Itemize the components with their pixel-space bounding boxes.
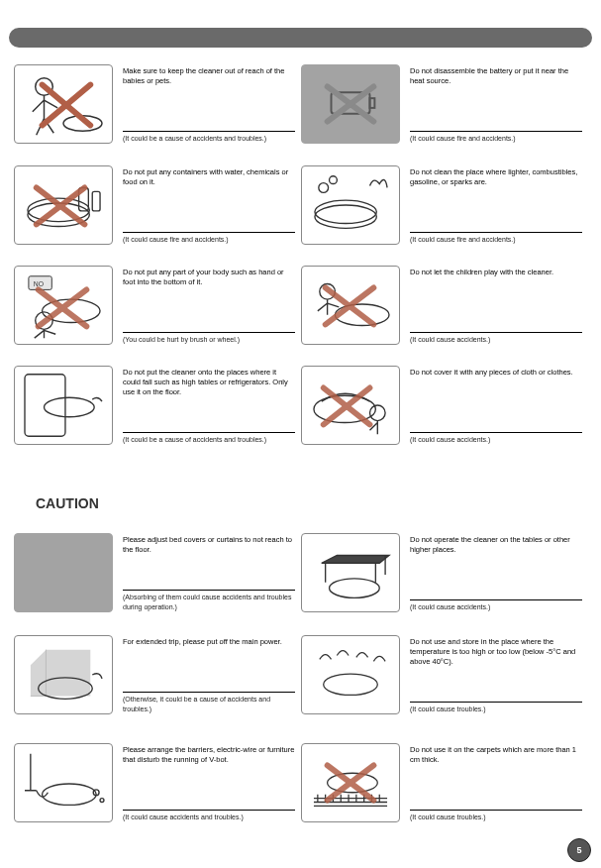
warning-cell: Do not put any containers with water, ch… [14,165,301,245]
svg-point-39 [324,674,378,695]
illustration-power-off-trip [14,635,113,714]
warning-title: Please arrange the barriers, electric-wi… [123,745,295,765]
warning-row: Make sure to keep the cleaner out of rea… [14,64,588,144]
warning-text: Make sure to keep the cleaner out of rea… [113,64,301,144]
svg-text:NO: NO [34,280,44,287]
warning-title: Do not disassemble the battery or put it… [410,66,582,86]
illustration-wires-barriers [14,743,113,822]
page-number-badge: 5 [567,838,591,862]
svg-point-14 [315,205,376,228]
warning-sub: (It could cause accidents.) [410,603,490,610]
warning-text: Please adjust bed covers or curtains to … [113,533,301,612]
svg-point-44 [100,799,104,803]
warning-text: Do not use and store in the place where … [400,635,588,714]
page-number: 5 [576,845,581,855]
caution-label: CAUTION [36,495,99,511]
warning-cell: Do not use it on the carpets which are m… [301,743,588,822]
warning-sub: (It could cause fire and accidents.) [410,135,516,142]
warning-cell: Do not operate the cleaner on the tables… [301,533,588,612]
warning-cell: Do not use and store in the place where … [301,635,588,714]
warning-text: Do not operate the cleaner on the tables… [400,533,588,612]
warning-sub: (Absorbing of them could cause accidents… [123,594,291,610]
warning-row: Do not put the cleaner onto the places w… [14,366,588,445]
warning-row: Please arrange the barriers, electric-wi… [14,743,588,822]
svg-point-16 [319,183,329,193]
warning-cell: Do not clean the place where lighter, co… [301,165,588,245]
warning-row: NO Do not put any part of your body such… [14,266,588,345]
warning-sub: (It could cause accidents and troubles.) [123,814,244,820]
header-bar [9,28,592,48]
warning-text: Do not put any containers with water, ch… [113,165,301,245]
svg-point-31 [370,405,386,421]
warning-sub: (It could cause fire and accidents.) [410,236,516,243]
warning-title: Do not use it on the carpets which are m… [410,745,582,765]
svg-point-17 [330,176,338,184]
warning-text: Do not put any part of your body such as… [113,266,301,345]
warning-title: Do not put any containers with water, ch… [123,167,295,187]
warning-text: Do not use it on the carpets which are m… [400,743,588,822]
warning-sub: (It could cause accidents.) [410,436,490,443]
warning-text: Do not cover it with any pieces of cloth… [400,366,588,445]
warning-sub: (It could cause fire and accidents.) [123,236,229,243]
illustration-high-place [14,366,113,445]
warning-row: For extended trip, please put off the ma… [14,635,588,714]
svg-point-15 [315,200,376,223]
warning-title: Do not operate the cleaner on the tables… [410,535,582,555]
warning-sub: (It could be a cause of accidents and tr… [123,436,266,443]
illustration-children-play [301,266,400,345]
warning-title: Make sure to keep the cleaner out of rea… [123,66,295,86]
warning-title: For extended trip, please put off the ma… [123,637,295,647]
warning-cell: Make sure to keep the cleaner out of rea… [14,64,301,144]
warning-cell: Do not disassemble the battery or put it… [301,64,588,144]
warning-text: Please arrange the barriers, electric-wi… [113,743,301,822]
warning-text: Do not let the children play with the cl… [400,266,588,345]
warning-text: For extended trip, please put off the ma… [113,635,301,714]
warning-cell: Please arrange the barriers, electric-wi… [14,743,301,822]
warning-title: Please adjust bed covers or curtains to … [123,535,295,555]
warning-cell: Please adjust bed covers or curtains to … [14,533,301,612]
warning-title: Do not let the children play with the cl… [410,268,582,277]
illustration-thick-carpet [301,743,400,822]
illustration-bedcover [14,533,113,612]
warning-sub: (It could cause troubles.) [410,705,486,712]
warning-sub: (It could be a cause of accidents and tr… [123,135,266,142]
illustration-flammable [301,165,400,245]
warning-title: Do not use and store in the place where … [410,637,582,667]
illustration-temperature [301,635,400,714]
warning-cell: Do not cover it with any pieces of cloth… [301,366,588,445]
svg-rect-11 [92,191,100,211]
warning-sub: (You could be hurt by brush or wheel.) [123,336,240,343]
warning-sub: (It could cause accidents.) [410,336,490,343]
svg-rect-5 [370,98,375,108]
illustration-liquids-on-top [14,165,113,245]
illustration-on-table [301,533,400,612]
illustration-child-reach [14,64,113,144]
warning-title: Do not put any part of your body such as… [123,268,295,287]
warning-title: Do not put the cleaner onto the places w… [123,368,295,397]
warning-cell: For extended trip, please put off the ma… [14,635,301,714]
svg-point-29 [45,397,95,417]
warning-cell: Do not let the children play with the cl… [301,266,588,345]
warning-title: Do not cover it with any pieces of cloth… [410,368,582,378]
illustration-cover-cloth [301,366,400,445]
svg-point-37 [330,579,380,598]
warning-sub: (It could cause troubles.) [410,814,486,820]
warning-row: Please adjust bed covers or curtains to … [14,533,588,612]
illustration-battery-heat [301,64,400,144]
warning-cell: NO Do not put any part of your body such… [14,266,301,345]
svg-point-42 [43,784,97,805]
warning-text: Do not put the cleaner onto the places w… [113,366,301,445]
illustration-hand-under: NO [14,266,113,345]
warning-row: Do not put any containers with water, ch… [14,165,588,245]
warning-text: Do not clean the place where lighter, co… [400,165,588,245]
warning-sub: (Otherwise, it could be a cause of accid… [123,696,270,712]
warning-text: Do not disassemble the battery or put it… [400,64,588,144]
warning-cell: Do not put the cleaner onto the places w… [14,366,301,445]
warning-title: Do not clean the place where lighter, co… [410,167,582,187]
